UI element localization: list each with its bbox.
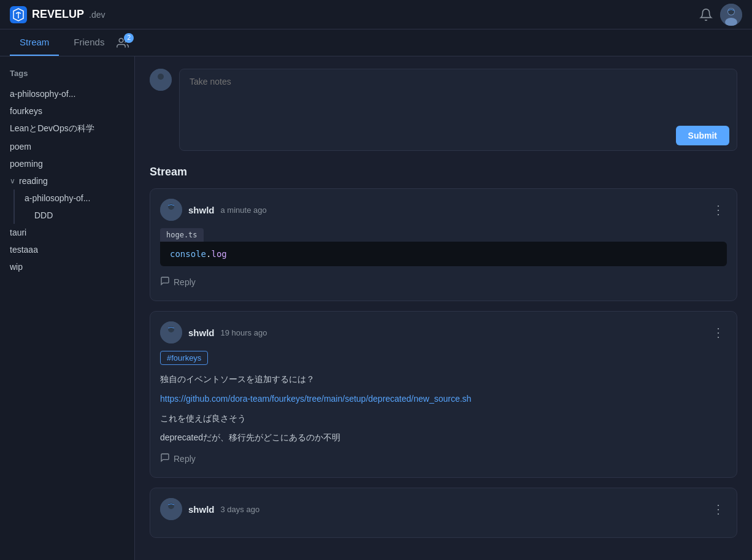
submit-button[interactable]: Submit — [676, 126, 729, 145]
post-more-button[interactable]: ⋮ — [710, 204, 727, 216]
post-line: deprecatedだが、移行先がどこにあるのか不明 — [160, 431, 727, 445]
post-header: shwld 3 days ago ⋮ — [160, 498, 727, 520]
sidebar-item-label: LeanとDevOpsの科学 — [10, 123, 94, 134]
post-meta: shwld a minute ago — [160, 199, 267, 221]
reply-label: Reply — [174, 277, 196, 287]
sidebar-item-wip[interactable]: wip — [0, 258, 134, 275]
sidebar: Tags a-philosophy-of... fourkeys LeanとDe… — [0, 56, 135, 560]
app-header: REVELUP .dev — [0, 0, 752, 29]
post-line: 独自のイベントソースを追加するには？ — [160, 372, 727, 387]
tag-badge: #fourkeys — [160, 351, 208, 365]
logo-icon — [10, 6, 27, 23]
sidebar-item-testaaa[interactable]: testaaa — [0, 241, 134, 258]
sidebar-item-ddd[interactable]: DDD — [20, 207, 134, 224]
sidebar-item-poeming[interactable]: poeming — [0, 155, 134, 172]
post-avatar — [160, 321, 182, 343]
sidebar-item-label: DDD — [34, 210, 53, 220]
reply-label: Reply — [174, 454, 196, 464]
post-card: shwld 19 hours ago ⋮ #fourkeys 独自のイベントソー… — [150, 311, 737, 478]
post-header: shwld 19 hours ago ⋮ — [160, 321, 727, 343]
sidebar-item-label: reading — [19, 176, 48, 186]
sidebar-item-label: testaaa — [10, 245, 38, 255]
sidebar-item-fourkeys[interactable]: fourkeys — [0, 102, 134, 120]
current-user-avatar — [150, 69, 172, 91]
reply-icon — [160, 453, 170, 465]
post-line: https://github.com/dora-team/fourkeys/tr… — [160, 392, 727, 407]
post-card: shwld 3 days ago ⋮ — [150, 488, 737, 538]
sidebar-item-label: tauri — [10, 228, 26, 237]
post-body: 独自のイベントソースを追加するには？ https://github.com/do… — [160, 372, 727, 445]
reply-button[interactable]: Reply — [160, 450, 196, 467]
note-footer: Submit — [180, 121, 737, 150]
post-more-button[interactable]: ⋮ — [710, 503, 727, 515]
tab-friends-wrap: Friends 2 — [64, 29, 129, 56]
sidebar-tags-title: Tags — [0, 69, 134, 85]
logo-text: REVELUP — [32, 8, 84, 21]
sidebar-item-lean-devops[interactable]: LeanとDevOpsの科学 — [0, 120, 134, 138]
note-input-area: Submit — [150, 69, 737, 151]
post-header: shwld a minute ago ⋮ — [160, 199, 727, 221]
post-time: a minute ago — [221, 205, 267, 215]
nav-tabs: Stream Friends 2 — [0, 29, 752, 56]
post-code-block: hoge.ts console.log — [160, 228, 727, 266]
post-avatar — [160, 498, 182, 520]
post-username: shwld — [188, 205, 215, 215]
sidebar-item-label: wip — [10, 262, 23, 272]
svg-point-7 — [158, 74, 164, 80]
sidebar-reading-children: a-philosophy-of... DDD — [13, 190, 134, 224]
post-more-button[interactable]: ⋮ — [710, 326, 727, 339]
code-filename: hoge.ts — [160, 228, 204, 242]
post-link[interactable]: https://github.com/dora-team/fourkeys/tr… — [160, 394, 471, 404]
note-input-box: Submit — [179, 69, 737, 151]
sidebar-item-label: fourkeys — [10, 106, 42, 116]
svg-point-5 — [120, 38, 124, 42]
post-time: 3 days ago — [221, 505, 260, 514]
main-content: Submit Stream shwld a minute — [135, 56, 752, 560]
tab-stream[interactable]: Stream — [10, 29, 59, 56]
friends-icon-wrap: 2 — [117, 37, 129, 49]
code-content: console.log — [160, 242, 727, 266]
sidebar-item-reading[interactable]: ∨ reading — [0, 172, 134, 190]
chevron-down-icon: ∨ — [10, 177, 15, 185]
note-textarea[interactable] — [180, 69, 737, 118]
sidebar-item-a-philosophy-sub[interactable]: a-philosophy-of... — [20, 190, 134, 207]
sidebar-item-label: poem — [10, 142, 31, 152]
logo-suffix: .dev — [89, 10, 105, 20]
stream-section-title: Stream — [150, 166, 737, 178]
post-time: 19 hours ago — [221, 328, 267, 337]
tab-friends[interactable]: Friends — [64, 29, 114, 56]
reply-button[interactable]: Reply — [160, 274, 196, 291]
user-avatar[interactable] — [720, 4, 742, 26]
logo: REVELUP .dev — [10, 6, 106, 23]
sidebar-item-label: a-philosophy-of... — [10, 89, 75, 99]
post-username: shwld — [188, 328, 215, 338]
sidebar-item-label: poeming — [10, 159, 43, 169]
main-layout: Tags a-philosophy-of... fourkeys LeanとDe… — [0, 56, 752, 560]
reply-icon — [160, 276, 170, 288]
post-meta: shwld 3 days ago — [160, 498, 259, 520]
post-meta: shwld 19 hours ago — [160, 321, 267, 343]
notification-bell-button[interactable] — [699, 8, 713, 21]
friends-badge: 2 — [124, 33, 134, 43]
post-avatar — [160, 199, 182, 221]
header-actions — [699, 4, 742, 26]
sidebar-item-poem[interactable]: poem — [0, 138, 134, 155]
post-tag: #fourkeys — [160, 351, 727, 372]
sidebar-item-label: a-philosophy-of... — [25, 193, 90, 203]
post-username: shwld — [188, 504, 215, 515]
post-line: これを使えば良さそう — [160, 412, 727, 426]
sidebar-item-tauri[interactable]: tauri — [0, 224, 134, 241]
sidebar-item-a-philosophy-of[interactable]: a-philosophy-of... — [0, 85, 134, 102]
post-card: shwld a minute ago ⋮ hoge.ts console.log… — [150, 188, 737, 301]
